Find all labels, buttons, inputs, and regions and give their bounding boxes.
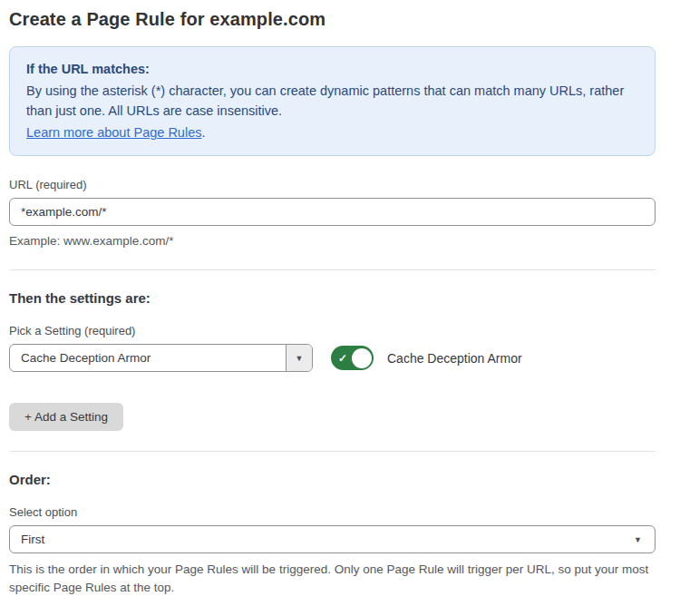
setting-row: Cache Deception Armor ▼ ✓ Cache Deceptio… xyxy=(9,344,656,372)
url-field-label: URL (required) xyxy=(9,178,656,191)
url-field-group: URL (required) Example: www.example.com/… xyxy=(9,178,656,249)
cache-deception-armor-toggle[interactable]: ✓ xyxy=(331,346,374,370)
order-select-value: First xyxy=(21,533,44,546)
add-setting-button[interactable]: + Add a Setting xyxy=(9,403,123,431)
settings-section-heading: Then the settings are: xyxy=(9,290,656,306)
url-match-info-panel: If the URL matches: By using the asteris… xyxy=(9,46,656,156)
order-select[interactable]: First ▼ xyxy=(9,525,656,553)
order-select-label: Select option xyxy=(9,505,656,519)
order-section-heading: Order: xyxy=(9,472,656,487)
setting-picker-arrow-button[interactable]: ▼ xyxy=(286,345,312,371)
toggle-knob xyxy=(352,348,372,368)
setting-picker-select[interactable]: Cache Deception Armor ▼ xyxy=(9,344,313,372)
setting-picker-label: Pick a Setting (required) xyxy=(9,324,656,337)
check-icon: ✓ xyxy=(338,353,347,364)
learn-more-link[interactable]: Learn more about Page Rules xyxy=(26,125,201,140)
chevron-down-icon: ▼ xyxy=(296,354,304,363)
setting-toggle-group: ✓ Cache Deception Armor xyxy=(331,346,522,370)
divider xyxy=(9,451,656,452)
info-panel-link-line: Learn more about Page Rules. xyxy=(26,122,638,142)
setting-toggle-label: Cache Deception Armor xyxy=(387,351,522,366)
setting-picker-value: Cache Deception Armor xyxy=(10,345,286,371)
url-field-helper: Example: www.example.com/* xyxy=(9,232,656,249)
link-suffix: . xyxy=(201,125,205,140)
chevron-down-icon: ▼ xyxy=(634,535,642,544)
page-title: Create a Page Rule for example.com xyxy=(9,9,656,30)
create-page-rule-form: Create a Page Rule for example.com If th… xyxy=(0,0,680,616)
divider xyxy=(9,269,656,270)
order-helper-text: This is the order in which your Page Rul… xyxy=(9,561,656,597)
info-panel-heading: If the URL matches: xyxy=(26,59,638,79)
info-panel-body: By using the asterisk (*) character, you… xyxy=(26,81,638,121)
url-input[interactable] xyxy=(9,198,656,226)
